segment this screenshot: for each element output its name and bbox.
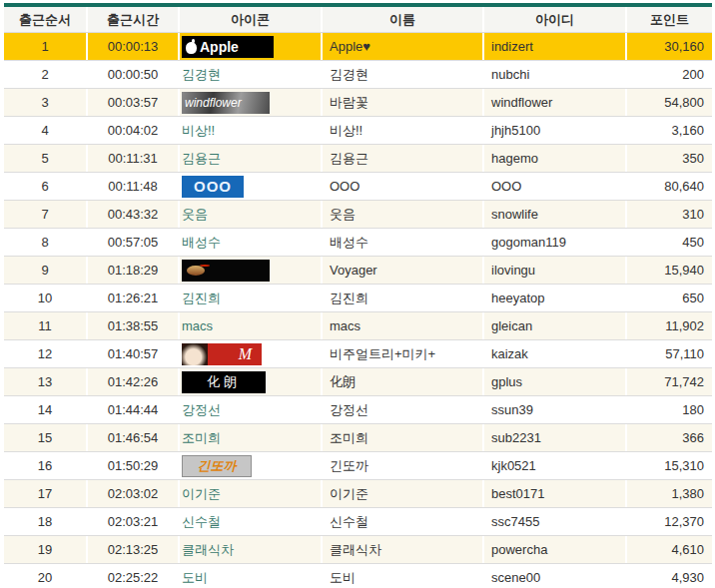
icon-link[interactable]: 웃음 xyxy=(182,206,208,224)
points-cell: 350 xyxy=(627,145,712,172)
icon-link[interactable]: 김경현 xyxy=(182,66,221,84)
ginttoka-icon[interactable]: 긴또까 xyxy=(182,455,252,477)
table-row: 16 01:50:29 긴또까 긴또까 kjk0521 15,310 xyxy=(4,452,712,480)
time-cell: 01:18:29 xyxy=(88,257,178,284)
points-cell: 71,742 xyxy=(627,368,712,395)
id-cell: jhjh5100 xyxy=(484,117,625,144)
kaizak-icon[interactable]: M xyxy=(182,343,262,365)
icon-cell: windflower xyxy=(180,89,321,116)
time-cell: 00:03:57 xyxy=(88,89,178,116)
icon-cell: 비상!! xyxy=(180,117,321,144)
time-cell: 01:40:57 xyxy=(88,340,178,367)
table-row: 13 01:42:26 化朗 化朗 gplus 71,742 xyxy=(4,368,712,396)
name-cell: 웃음 xyxy=(323,201,482,228)
points-cell: 57,110 xyxy=(627,340,712,367)
table-header-row: 출근순서 출근시간 아이콘 이름 아이디 포인트 xyxy=(4,7,712,33)
icon-cell: Apple xyxy=(180,33,321,60)
column-header-points: 포인트 xyxy=(627,7,712,32)
time-cell: 01:38:55 xyxy=(88,312,178,339)
table-row: 5 00:11:31 김용근 김용근 hagemo 350 xyxy=(4,145,712,173)
order-cell: 11 xyxy=(4,312,86,339)
column-header-icon: 아이콘 xyxy=(180,7,321,32)
name-cell: 김용근 xyxy=(323,145,482,172)
points-cell: 4,930 xyxy=(627,564,712,588)
name-cell: 클래식차 xyxy=(323,536,482,563)
name-cell: Voyager xyxy=(323,257,482,284)
table-body: 1 00:00:13 Apple Apple♥ indizert 30,160 … xyxy=(4,33,712,588)
name-cell: 김진희 xyxy=(323,285,482,311)
icon-cell: 신수철 xyxy=(180,508,321,535)
icon-label: windflower xyxy=(185,96,242,110)
name-cell: 化朗 xyxy=(323,368,482,395)
id-cell: indizert xyxy=(484,33,625,60)
id-cell: nubchi xyxy=(484,61,625,88)
apple-icon[interactable]: Apple xyxy=(182,36,274,58)
points-cell: 15,940 xyxy=(627,257,712,284)
time-cell: 00:11:48 xyxy=(88,173,178,200)
order-cell: 14 xyxy=(4,396,86,423)
id-cell: windflower xyxy=(484,89,625,116)
icon-link[interactable]: 조미희 xyxy=(182,429,221,447)
points-cell: 15,310 xyxy=(627,452,712,479)
name-cell: 비주얼트리+미키+ xyxy=(323,340,482,367)
id-cell: heeyatop xyxy=(484,285,625,311)
id-cell: ssc7455 xyxy=(484,508,625,535)
order-cell: 7 xyxy=(4,201,86,228)
points-cell: 11,902 xyxy=(627,312,712,339)
points-cell: 200 xyxy=(627,61,712,88)
icon-cell xyxy=(180,257,321,284)
icon-link[interactable]: 김진희 xyxy=(182,290,221,307)
icon-label: 化朗 xyxy=(207,373,241,391)
attendance-ranking-table: 출근순서 출근시간 아이콘 이름 아이디 포인트 1 00:00:13 Appl… xyxy=(4,3,712,588)
table-row: 17 02:03:02 이기준 이기준 best0171 1,380 xyxy=(4,480,712,508)
name-cell: 비상!! xyxy=(323,117,482,144)
table-row: 3 00:03:57 windflower 바람꽃 windflower 54,… xyxy=(4,89,712,117)
icon-link[interactable]: 김용근 xyxy=(182,150,221,168)
time-cell: 02:13:25 xyxy=(88,536,178,563)
id-cell: snowlife xyxy=(484,201,625,228)
icon-link[interactable]: macs xyxy=(182,318,213,333)
points-cell: 180 xyxy=(627,396,712,423)
ooo-icon[interactable]: OOO xyxy=(182,176,244,198)
icon-link[interactable]: 신수철 xyxy=(182,513,221,531)
icon-cell: 클래식차 xyxy=(180,536,321,563)
icon-link[interactable]: 강정선 xyxy=(182,401,221,419)
id-cell: ilovingu xyxy=(484,257,625,284)
name-cell: 김경현 xyxy=(323,61,482,88)
order-cell: 8 xyxy=(4,229,86,256)
order-cell: 18 xyxy=(4,508,86,535)
id-cell: scene00 xyxy=(484,564,625,588)
windflower-icon[interactable]: windflower xyxy=(182,92,270,114)
points-cell: 30,160 xyxy=(627,33,712,60)
icon-link[interactable]: 이기준 xyxy=(182,485,221,503)
icon-cell: 조미희 xyxy=(180,424,321,451)
icon-link[interactable]: 배성수 xyxy=(182,234,221,252)
table-row: 4 00:04:02 비상!! 비상!! jhjh5100 3,160 xyxy=(4,117,712,145)
icon-link[interactable]: 클래식차 xyxy=(182,541,234,559)
name-cell: 신수철 xyxy=(323,508,482,535)
id-cell: gleican xyxy=(484,312,625,339)
id-cell: gogoman119 xyxy=(484,229,625,256)
icon-label: OOO xyxy=(194,178,232,195)
table-row: 2 00:00:50 김경현 김경현 nubchi 200 xyxy=(4,61,712,89)
name-cell: 도비 xyxy=(323,564,482,588)
icon-link[interactable]: 비상!! xyxy=(182,122,215,140)
hwarang-icon[interactable]: 化朗 xyxy=(182,371,266,393)
icon-link[interactable]: 도비 xyxy=(182,569,208,587)
id-cell: kjk0521 xyxy=(484,452,625,479)
name-cell: 바람꽃 xyxy=(323,89,482,116)
points-cell: 650 xyxy=(627,285,712,311)
name-cell: 이기준 xyxy=(323,480,482,507)
icon-cell: M xyxy=(180,340,321,367)
id-cell: powercha xyxy=(484,536,625,563)
id-cell: OOO xyxy=(484,173,625,200)
table-row: 6 00:11:48 OOO OOO OOO 80,640 xyxy=(4,173,712,201)
time-cell: 00:43:32 xyxy=(88,201,178,228)
voyager-icon[interactable] xyxy=(182,260,270,282)
order-cell: 9 xyxy=(4,257,86,284)
table-row: 14 01:44:44 강정선 강정선 ssun39 180 xyxy=(4,396,712,424)
order-cell: 4 xyxy=(4,117,86,144)
points-cell: 450 xyxy=(627,229,712,256)
id-cell: best0171 xyxy=(484,480,625,507)
icon-cell: OOO xyxy=(180,173,321,200)
